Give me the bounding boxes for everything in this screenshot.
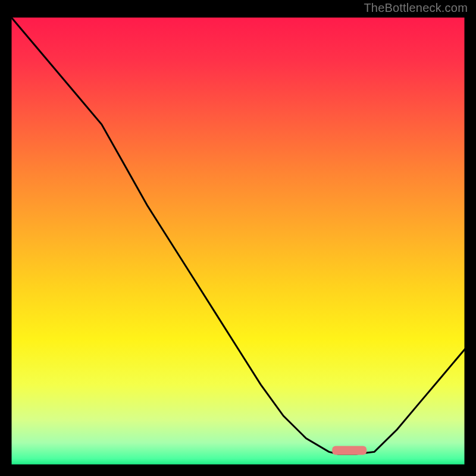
bottleneck-chart (0, 0, 476, 476)
chart-container: TheBottleneck.com (0, 0, 476, 476)
plot-background (11, 17, 465, 465)
optimum-marker (332, 446, 367, 455)
